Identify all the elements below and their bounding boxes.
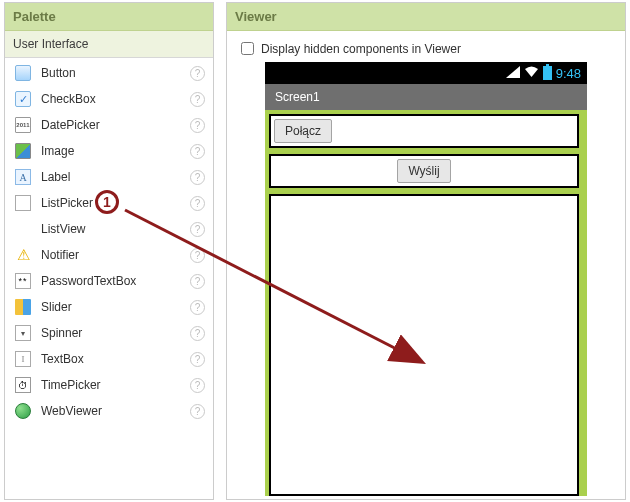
palette-panel: Palette User Interface Button ? CheckBox… (4, 2, 214, 500)
annotation-marker-1: 1 (95, 190, 119, 214)
palette-category-user-interface[interactable]: User Interface (5, 31, 213, 58)
palette-item-label: TextBox (41, 352, 190, 366)
palette-item-label: Slider (41, 300, 190, 314)
palette-item-label: Label (41, 170, 190, 184)
slider-icon (15, 299, 31, 315)
help-icon[interactable]: ? (190, 274, 205, 289)
palette-item-timepicker[interactable]: TimePicker ? (5, 372, 213, 398)
display-hidden-checkbox[interactable] (241, 42, 254, 55)
help-icon[interactable]: ? (190, 248, 205, 263)
root: Palette User Interface Button ? CheckBox… (0, 0, 630, 502)
help-icon[interactable]: ? (190, 326, 205, 341)
warning-icon (15, 247, 31, 263)
palette-item-notifier[interactable]: Notifier ? (5, 242, 213, 268)
palette-item-webviewer[interactable]: WebViewer ? (5, 398, 213, 424)
palette-item-checkbox[interactable]: CheckBox ? (5, 86, 213, 112)
palette-item-image[interactable]: Image ? (5, 138, 213, 164)
palette-item-button[interactable]: Button ? (5, 60, 213, 86)
palette-item-label: DatePicker (41, 118, 190, 132)
help-icon[interactable]: ? (190, 300, 205, 315)
palette-item-label: WebViewer (41, 404, 190, 418)
app-inner: Połącz Wyślij (269, 114, 579, 496)
annotation-number: 1 (103, 194, 111, 210)
horizontal-arrangement-2[interactable]: Wyślij (269, 154, 579, 188)
viewer-panel: Viewer Display hidden components in View… (226, 2, 626, 500)
textbox-icon (15, 351, 31, 367)
clock-icon (15, 377, 31, 393)
palette-item-label: ListView (41, 222, 190, 236)
palette-item-label: TimePicker (41, 378, 190, 392)
svg-marker-0 (506, 66, 520, 78)
wifi-icon (524, 66, 539, 81)
help-icon[interactable]: ? (190, 196, 205, 211)
palette-item-spinner[interactable]: Spinner ? (5, 320, 213, 346)
help-icon[interactable]: ? (190, 352, 205, 367)
help-icon[interactable]: ? (190, 170, 205, 185)
send-button[interactable]: Wyślij (397, 159, 450, 183)
palette-item-label: Notifier (41, 248, 190, 262)
palette-title: Palette (5, 3, 213, 31)
status-clock: 9:48 (556, 66, 581, 81)
screen-title-bar: Screen1 (265, 84, 587, 110)
palette-item-textbox[interactable]: TextBox ? (5, 346, 213, 372)
help-icon[interactable]: ? (190, 66, 205, 81)
viewer-title: Viewer (227, 3, 625, 31)
screen-title: Screen1 (275, 90, 320, 104)
help-icon[interactable]: ? (190, 378, 205, 393)
battery-icon (543, 66, 552, 80)
viewer-body: Display hidden components in Viewer 9:48… (227, 31, 625, 502)
palette-item-listview[interactable]: ListView ? (5, 216, 213, 242)
help-icon[interactable]: ? (190, 118, 205, 133)
palette-list: Button ? CheckBox ? DatePicker ? Image ? (5, 58, 213, 426)
globe-icon (15, 403, 31, 419)
listpicker-icon (15, 195, 31, 211)
palette-item-passwordtextbox[interactable]: PasswordTextBox ? (5, 268, 213, 294)
help-icon[interactable]: ? (190, 92, 205, 107)
spinner-icon (15, 325, 31, 341)
palette-item-label[interactable]: Label ? (5, 164, 213, 190)
help-icon[interactable]: ? (190, 144, 205, 159)
listview-icon (15, 221, 31, 237)
help-icon[interactable]: ? (190, 404, 205, 419)
app-canvas[interactable]: Połącz Wyślij (265, 110, 587, 496)
button-icon (15, 65, 31, 81)
connect-button[interactable]: Połącz (274, 119, 332, 143)
help-icon[interactable]: ? (190, 222, 205, 237)
image-icon (15, 143, 31, 159)
palette-item-label: Spinner (41, 326, 190, 340)
calendar-icon (15, 117, 31, 133)
horizontal-arrangement-1[interactable]: Połącz (269, 114, 579, 148)
display-hidden-option[interactable]: Display hidden components in Viewer (237, 39, 615, 58)
label-drop-target[interactable] (269, 194, 579, 496)
palette-item-datepicker[interactable]: DatePicker ? (5, 112, 213, 138)
signal-icon (506, 66, 520, 81)
label-icon (15, 169, 31, 185)
palette-item-label: Button (41, 66, 190, 80)
display-hidden-label: Display hidden components in Viewer (261, 42, 461, 56)
palette-item-label: Image (41, 144, 190, 158)
palette-item-label: CheckBox (41, 92, 190, 106)
password-icon (15, 273, 31, 289)
checkbox-icon (15, 91, 31, 107)
phone-frame: 9:48 Screen1 Połącz Wyślij (265, 62, 587, 496)
status-bar: 9:48 (265, 62, 587, 84)
palette-item-slider[interactable]: Slider ? (5, 294, 213, 320)
palette-item-label: PasswordTextBox (41, 274, 190, 288)
